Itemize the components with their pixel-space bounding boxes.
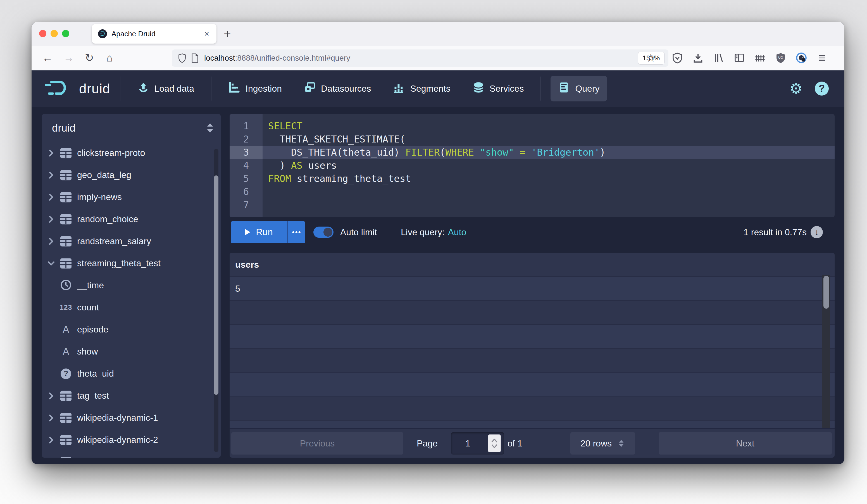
table-icon	[60, 257, 72, 270]
nav-tab-label: Load data	[154, 84, 194, 94]
sidebar-column-count[interactable]: 123count	[42, 297, 221, 319]
download-results-icon[interactable]: ↓	[811, 226, 823, 238]
previous-page-button[interactable]: Previous	[231, 432, 403, 454]
tree-item-label: theta_uid	[77, 368, 114, 379]
url-bar[interactable]: localhost:8888/unified-console.html#quer…	[172, 50, 668, 67]
shield-icon[interactable]	[176, 52, 189, 65]
chevron-right-icon[interactable]	[46, 237, 56, 246]
chevron-down-icon[interactable]	[46, 259, 56, 268]
chevron-right-icon[interactable]	[46, 215, 56, 224]
account-shield-icon[interactable]	[671, 51, 684, 65]
rows-caret-icon	[617, 439, 625, 448]
back-button[interactable]: ←	[39, 50, 56, 66]
close-window-button[interactable]	[39, 30, 46, 37]
home-button[interactable]: ⌂	[101, 50, 118, 66]
chevron-right-icon[interactable]	[46, 413, 56, 423]
containers-fence-icon[interactable]	[753, 51, 767, 65]
editor-line-2[interactable]: 2 THETA_SKETCH_ESTIMATE(	[229, 133, 835, 146]
page-number-value: 1	[451, 432, 485, 454]
chevron-right-icon[interactable]	[46, 457, 56, 458]
password-manager-icon[interactable]	[795, 51, 808, 65]
sidebar-datasource-random_choice[interactable]: random_choice	[42, 208, 221, 230]
sidebar-datasource-wikipedia-dynamic-1[interactable]: wikipedia-dynamic-1	[42, 407, 221, 429]
header-divider	[540, 77, 541, 100]
sidebar-column-show[interactable]: Ashow	[42, 341, 221, 363]
sidebar-datasource-streaming_theta_test[interactable]: streaming_theta_test	[42, 252, 221, 274]
library-icon[interactable]	[712, 51, 725, 65]
query-icon	[558, 81, 570, 96]
sidebar-datasource-imply-news[interactable]: imply-news	[42, 186, 221, 208]
minimize-window-button[interactable]	[51, 30, 58, 37]
nav-tab-query[interactable]: Query	[550, 76, 607, 101]
services-icon	[472, 81, 485, 96]
stepper-down-icon[interactable]	[491, 444, 498, 448]
zoom-window-button[interactable]	[62, 30, 69, 37]
chevron-right-icon[interactable]	[46, 148, 56, 158]
editor-line-7[interactable]: 7	[229, 199, 835, 212]
run-button[interactable]: Run	[231, 221, 287, 243]
nav-tab-segments[interactable]: Segments	[386, 76, 458, 101]
sidebar-datasource-clickstream-proto[interactable]: clickstream-proto	[42, 142, 221, 164]
page-number-input[interactable]: 1	[451, 432, 504, 454]
tree-item-label: wikipedia-dynamic-2	[77, 435, 158, 445]
page-info-icon[interactable]	[189, 52, 201, 65]
sidebar-datasource-wikipedia-dynamic-3[interactable]: wikipedia-dynamic-3	[42, 451, 221, 458]
sidebar-scrollbar-thumb[interactable]	[214, 175, 218, 395]
table-icon	[60, 456, 72, 458]
bookmark-star-icon[interactable]: ☆	[643, 50, 659, 66]
sidebar-column-episode[interactable]: Aepisode	[42, 319, 221, 341]
chevron-right-icon[interactable]	[46, 193, 56, 202]
tree-item-label: count	[77, 302, 99, 313]
nav-tab-services[interactable]: Services	[465, 76, 531, 101]
table-icon	[60, 434, 72, 446]
chevron-right-icon[interactable]	[46, 170, 56, 180]
nav-tab-load-data[interactable]: Load data	[130, 76, 201, 101]
settings-gear-icon[interactable]: ⚙	[789, 81, 802, 96]
sidebar-column-theta_uid[interactable]: ?theta_uid	[42, 363, 221, 385]
sidebar-datasource-wikipedia-dynamic-2[interactable]: wikipedia-dynamic-2	[42, 429, 221, 451]
browser-tab[interactable]: Apache Druid ×	[92, 24, 216, 44]
hamburger-menu-icon[interactable]: ≡	[815, 51, 829, 65]
sidebar-datasource-geo_data_leg[interactable]: geo_data_leg	[42, 164, 221, 186]
schema-header[interactable]: druid	[42, 114, 221, 142]
help-icon[interactable]: ?	[815, 82, 829, 96]
reload-button[interactable]: ↻	[81, 50, 97, 66]
druid-brand[interactable]: druid	[44, 79, 110, 97]
results-cell[interactable]: 5	[229, 277, 835, 301]
downloads-icon[interactable]	[691, 51, 705, 65]
run-more-button[interactable]: •••	[287, 221, 305, 243]
next-page-button[interactable]: Next	[659, 432, 832, 454]
sort-icon[interactable]	[205, 122, 215, 135]
editor-line-4[interactable]: 4 ) AS users	[229, 159, 835, 172]
ublock-shield-icon[interactable]: UO	[774, 51, 788, 65]
datasources-icon	[303, 81, 316, 96]
stepper-up-icon[interactable]	[491, 439, 498, 442]
run-label: Run	[256, 227, 273, 237]
results-column-header[interactable]: users	[229, 253, 835, 277]
auto-limit-toggle[interactable]	[313, 227, 333, 238]
tree-indent	[46, 325, 56, 334]
rows-per-page-button[interactable]: 20 rows	[570, 432, 635, 454]
sidebar-toggle-icon[interactable]	[732, 51, 746, 65]
tab-close-icon[interactable]: ×	[203, 29, 210, 39]
sidebar-datasource-randstream_salary[interactable]: randstream_salary	[42, 230, 221, 252]
sql-editor[interactable]: 1SELECT2 THETA_SKETCH_ESTIMATE(3 DS_THET…	[229, 114, 835, 217]
new-tab-button[interactable]: +	[224, 26, 231, 41]
live-query-value[interactable]: Auto	[448, 227, 467, 237]
editor-line-1[interactable]: 1SELECT	[229, 120, 835, 133]
nav-tab-datasources[interactable]: Datasources	[296, 76, 378, 101]
forward-button[interactable]: →	[61, 50, 77, 66]
sidebar-column-__time[interactable]: __time	[42, 274, 221, 297]
auto-limit-label[interactable]: Auto limit	[340, 221, 377, 243]
sidebar-datasource-tag_test[interactable]: tag_test	[42, 385, 221, 407]
tree-item-label: tag_test	[77, 390, 109, 401]
nav-tab-ingestion[interactable]: Ingestion	[221, 76, 289, 101]
results-scrollbar-thumb[interactable]	[823, 276, 829, 309]
editor-line-3[interactable]: 3 DS_THETA(theta_uid) FILTER(WHERE "show…	[229, 146, 835, 159]
chevron-right-icon[interactable]	[46, 435, 56, 445]
editor-line-5[interactable]: 5FROM streaming_theta_test	[229, 172, 835, 185]
chevron-right-icon[interactable]	[46, 391, 56, 401]
editor-line-6[interactable]: 6	[229, 185, 835, 199]
page-stepper[interactable]	[488, 435, 501, 452]
load-data-icon	[137, 81, 149, 96]
